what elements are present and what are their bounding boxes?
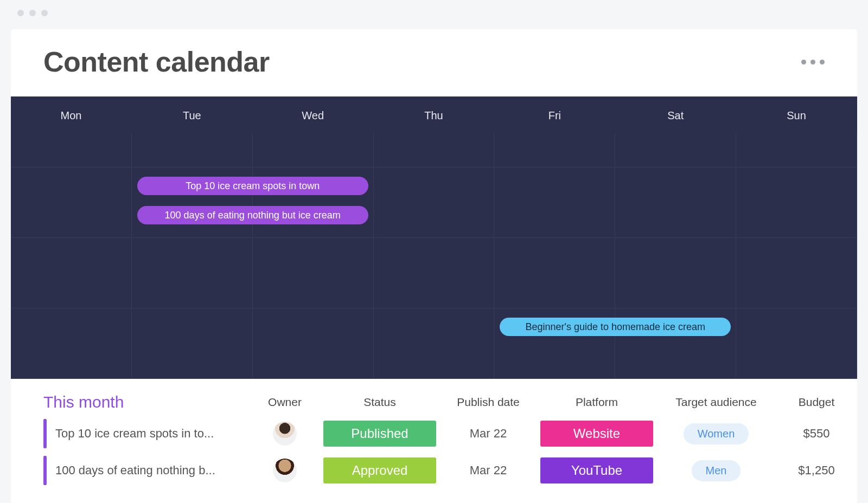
calendar-event[interactable]: Beginner's guide to homemade ice cream [500, 318, 731, 336]
audience-chip[interactable]: Women [684, 423, 749, 444]
calendar-cell[interactable] [374, 308, 495, 379]
table-row[interactable]: Top 10 ice cream spots in to... Publishe… [43, 419, 825, 448]
page-title: Content calendar [43, 46, 270, 78]
calendar-cell[interactable] [615, 238, 736, 308]
section-title-this-month: This month [43, 393, 250, 411]
platform-badge[interactable]: Website [540, 421, 653, 447]
calendar-cell[interactable] [11, 133, 132, 167]
calendar-cell[interactable] [132, 133, 253, 167]
weekday-header: Sat [615, 96, 736, 133]
calendar: MonTueWedThuFriSatSun Top 10 ice cream s… [11, 96, 857, 379]
column-header-publish[interactable]: Publish date [439, 396, 537, 409]
weekday-header: Tue [132, 96, 253, 133]
task-name[interactable]: Top 10 ice cream spots in to... [55, 427, 214, 441]
weekday-header: Sun [736, 96, 857, 133]
weekday-header: Fri [494, 96, 615, 133]
calendar-cell[interactable] [615, 167, 736, 238]
weekday-header: Thu [374, 96, 495, 133]
calendar-cell[interactable] [374, 133, 495, 167]
table-row[interactable]: 100 days of eating nothing b... Approved… [43, 456, 825, 485]
owner-avatar[interactable] [273, 422, 297, 446]
calendar-event[interactable]: Top 10 ice cream spots in town [137, 177, 368, 195]
audience-chip[interactable]: Men [692, 460, 741, 481]
calendar-cell[interactable] [374, 238, 495, 308]
calendar-cell[interactable] [11, 238, 132, 308]
window-traffic-lights [17, 10, 48, 16]
column-header-owner[interactable]: Owner [250, 396, 320, 409]
calendar-cell[interactable] [132, 238, 253, 308]
calendar-cell[interactable] [494, 133, 615, 167]
column-header-platform[interactable]: Platform [537, 396, 656, 409]
row-color-bar [43, 456, 47, 485]
calendar-cell[interactable] [374, 167, 495, 238]
owner-avatar[interactable] [273, 459, 297, 482]
calendar-cell[interactable] [11, 308, 132, 379]
calendar-cell[interactable] [615, 133, 736, 167]
column-header-budget[interactable]: Budget [776, 396, 857, 409]
budget-value[interactable]: $1,250 [776, 463, 857, 478]
weekday-header: Wed [253, 96, 374, 133]
calendar-event[interactable]: 100 days of eating nothing but ice cream [137, 206, 368, 224]
budget-value[interactable]: $550 [776, 427, 857, 441]
calendar-cell[interactable] [494, 238, 615, 308]
row-color-bar [43, 419, 47, 448]
calendar-cell[interactable] [494, 167, 615, 238]
calendar-cell[interactable] [11, 167, 132, 238]
status-badge[interactable]: Published [323, 421, 436, 447]
column-header-audience[interactable]: Target audience [656, 396, 776, 409]
calendar-cell[interactable] [253, 308, 374, 379]
calendar-cell[interactable] [253, 238, 374, 308]
publish-date[interactable]: Mar 22 [439, 427, 537, 441]
calendar-cell[interactable] [132, 308, 253, 379]
calendar-cell[interactable] [736, 133, 857, 167]
publish-date[interactable]: Mar 22 [439, 463, 537, 478]
calendar-cell[interactable] [736, 238, 857, 308]
calendar-cell[interactable] [736, 308, 857, 379]
platform-badge[interactable]: YouTube [540, 457, 653, 483]
status-badge[interactable]: Approved [323, 457, 436, 483]
calendar-cell[interactable] [253, 133, 374, 167]
more-menu-button[interactable] [801, 60, 825, 65]
calendar-cell[interactable] [736, 167, 857, 238]
column-header-status[interactable]: Status [320, 396, 439, 409]
weekday-header: Mon [11, 96, 132, 133]
task-name[interactable]: 100 days of eating nothing b... [55, 463, 215, 478]
